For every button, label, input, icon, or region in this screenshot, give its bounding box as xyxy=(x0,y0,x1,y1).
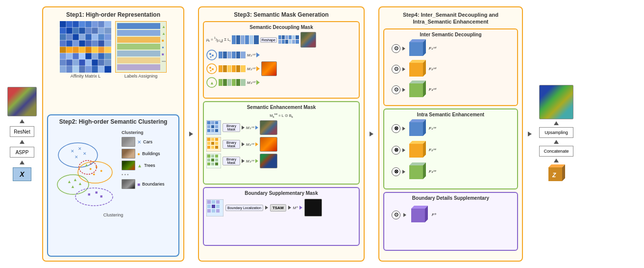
circle-dots-1 xyxy=(206,50,217,60)
step1-container: Step1: High-order Representation xyxy=(42,6,184,262)
inter-content: ⊙ F₁ˢᵈ ⊙ xyxy=(387,39,515,99)
svg-rect-173 xyxy=(207,138,210,141)
svg-text:■: ■ xyxy=(95,190,98,195)
clustering-content: ✕ ✕ ✕ ✕ ● ● ● ● ▲ ▲ ▲ xyxy=(51,128,175,212)
step2-box: Step2: High-order Semantic Clustering ✕ … xyxy=(47,114,179,257)
se-formula: Mkse = L ⊙ Bk xyxy=(206,112,356,118)
svg-rect-176 xyxy=(207,142,210,145)
svg-text:▲: ▲ xyxy=(67,179,72,184)
svg-marker-225 xyxy=(562,164,565,181)
svg-rect-152 xyxy=(236,65,240,72)
svg-rect-150 xyxy=(227,65,231,72)
arrow-up-concat xyxy=(554,159,559,162)
svg-rect-24 xyxy=(104,34,111,40)
op-dot-1: ⊙ xyxy=(392,44,400,53)
bs-thumb xyxy=(304,199,322,216)
svg-marker-207 xyxy=(423,60,426,77)
arrow-step1-step3 xyxy=(187,132,195,136)
svg-rect-18 xyxy=(66,34,73,40)
svg-rect-174 xyxy=(211,138,214,141)
binary-mask-3: Binary Mask xyxy=(223,157,240,165)
svg-point-136 xyxy=(212,54,214,56)
svg-rect-21 xyxy=(85,34,92,40)
step1-title: Step1: High-order Representation xyxy=(47,11,179,18)
trees-thumb xyxy=(122,161,135,170)
svg-rect-7 xyxy=(98,21,104,27)
svg-text:•••: ••• xyxy=(162,59,166,63)
svg-rect-63 xyxy=(92,66,98,73)
svg-text:▲: ▲ xyxy=(162,25,166,29)
svg-rect-197 xyxy=(212,205,215,208)
arrow-inter2 xyxy=(402,67,405,71)
svg-rect-6 xyxy=(92,21,98,27)
arrow-bd xyxy=(403,213,406,217)
svg-rect-42 xyxy=(60,53,66,59)
arrow-right-sd2 xyxy=(256,66,260,71)
svg-rect-119 xyxy=(245,35,249,44)
step4-title: Step4: Inter_Semanit Decoupling and Intr… xyxy=(383,11,518,26)
svg-rect-125 xyxy=(289,35,292,39)
svg-rect-158 xyxy=(227,79,231,86)
svg-rect-153 xyxy=(241,65,246,72)
sd-thumb2 xyxy=(261,61,277,76)
svg-rect-122 xyxy=(278,35,281,39)
arrow-inter1 xyxy=(402,47,405,51)
mask-row-2: M₂ˢᵈ xyxy=(206,61,356,76)
svg-text:●: ● xyxy=(89,166,92,171)
sd-title: Semantic Decoupling Mask xyxy=(206,25,356,30)
op-tensor-2: ⊗ xyxy=(392,146,400,155)
m3sd-label: M₃ˢᵈ xyxy=(247,80,255,85)
svg-rect-5 xyxy=(85,21,92,27)
svg-rect-151 xyxy=(232,65,236,72)
svg-rect-165 xyxy=(215,121,218,124)
circle-dots-2 xyxy=(206,63,217,74)
arrow-step4-out xyxy=(526,132,534,136)
svg-rect-191 xyxy=(215,162,218,165)
svg-rect-214 xyxy=(409,144,423,158)
svg-rect-55 xyxy=(92,59,98,66)
svg-marker-204 xyxy=(423,39,426,56)
svg-marker-210 xyxy=(423,80,426,97)
svg-rect-175 xyxy=(215,138,218,141)
svg-rect-26 xyxy=(66,40,73,47)
svg-text:●: ● xyxy=(100,168,102,173)
svg-text:✕: ✕ xyxy=(83,151,87,156)
step4-box: Step4: Inter_Semanit Decoupling and Intr… xyxy=(378,6,523,262)
svg-point-145 xyxy=(209,67,211,69)
arrow-bm2 xyxy=(242,142,245,146)
svg-rect-164 xyxy=(211,121,214,124)
svg-point-147 xyxy=(210,70,212,72)
right-output-column: Upsampling Concatenate Z xyxy=(537,85,576,183)
legend-boundaries: ■ Boundaries xyxy=(122,179,165,189)
svg-rect-47 xyxy=(92,53,98,59)
svg-rect-30 xyxy=(92,40,98,47)
cube-f3se xyxy=(407,162,427,181)
buildings-thumb xyxy=(122,149,135,159)
step3-title: Step3: Semantic Mask Generation xyxy=(203,11,360,18)
fb-label: Fᵇ xyxy=(432,213,436,217)
svg-rect-121 xyxy=(254,35,259,44)
svg-rect-36 xyxy=(73,47,79,53)
svg-rect-83 xyxy=(117,37,160,43)
arrow-se1 xyxy=(255,126,258,130)
svg-rect-41 xyxy=(104,47,111,53)
svg-rect-57 xyxy=(104,59,111,66)
diagram-container: ResNet ASPP X Step1: High-order Represen… xyxy=(0,0,644,268)
arrow-intra2 xyxy=(402,148,405,152)
svg-rect-196 xyxy=(207,205,211,208)
svg-rect-86 xyxy=(117,57,160,63)
mh-label: Mʰ xyxy=(293,206,298,210)
svg-rect-130 xyxy=(285,40,288,44)
x-box: X xyxy=(13,167,31,181)
svg-point-137 xyxy=(210,56,212,58)
svg-rect-194 xyxy=(212,200,215,204)
se-thumb3 xyxy=(260,154,277,168)
formula-row: μk = 1/‖Ck‖ Σ Li Reshape xyxy=(206,32,356,48)
svg-rect-205 xyxy=(409,63,423,77)
svg-rect-157 xyxy=(223,79,227,86)
se-thumb1 xyxy=(260,120,277,135)
svg-point-146 xyxy=(212,68,214,70)
svg-marker-222 xyxy=(425,206,428,222)
svg-rect-54 xyxy=(85,59,92,66)
bs-content: Boundary Localization TSAM Mʰ xyxy=(206,199,356,216)
